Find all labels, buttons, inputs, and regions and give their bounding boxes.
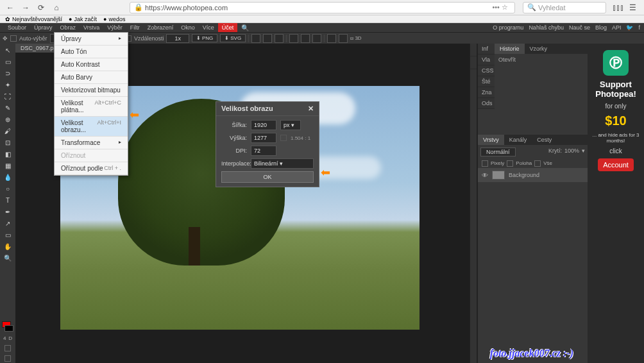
link-blog[interactable]: Blog — [595, 24, 607, 31]
brush-tool[interactable]: 🖌 — [1, 126, 14, 136]
blend-mode-dropdown[interactable]: Normální — [480, 148, 516, 156]
menu-ucet[interactable]: Účet — [218, 23, 238, 32]
align-right-icon[interactable] — [275, 34, 284, 43]
library-icon[interactable]: ⫿⫿⫿ — [613, 3, 624, 12]
forward-button[interactable]: → — [19, 2, 32, 13]
side-tab-zna[interactable]: Zna — [478, 87, 495, 98]
tab-vzorky[interactable]: Vzorky — [525, 44, 553, 54]
lasso-tool[interactable]: ⊃ — [1, 68, 14, 78]
tab-vrstvy[interactable]: Vrstvy — [478, 135, 504, 145]
gradient-tool[interactable]: ▦ — [1, 160, 14, 171]
tab-historie[interactable]: Historie — [495, 44, 525, 54]
link-icon[interactable] — [280, 135, 287, 141]
pen-tool[interactable]: ✒ — [1, 207, 14, 217]
zoom-dropdown[interactable]: 1x — [166, 34, 189, 43]
opacity-value[interactable]: 100% — [564, 148, 579, 156]
interpolation-dropdown[interactable]: Bilineární ▾ — [251, 158, 314, 169]
dd-auto-ton[interactable]: Auto Tón — [55, 46, 128, 58]
dpi-input[interactable] — [251, 146, 276, 156]
move-tool-icon[interactable]: ✥ — [3, 35, 8, 42]
home-button[interactable]: ⌂ — [50, 2, 63, 13]
menu-soubor[interactable]: Soubor — [4, 23, 30, 32]
dd-transformace[interactable]: Transformace — [55, 137, 128, 149]
dd-auto-barvy[interactable]: Auto Barvy — [55, 71, 128, 84]
menu-search-icon[interactable]: 🔍 — [237, 23, 253, 32]
side-tab-css[interactable]: CSS — [478, 65, 495, 76]
distribute-icon[interactable] — [327, 34, 336, 43]
search-input[interactable]: 🔍 Vyhledat — [523, 2, 606, 13]
height-input[interactable] — [251, 133, 276, 143]
back-button[interactable]: ← — [4, 2, 17, 13]
heal-tool[interactable]: ⊕ — [1, 114, 14, 124]
tab-kanaly[interactable]: Kanály — [504, 135, 532, 145]
unit-dropdown[interactable]: px ▾ — [280, 120, 301, 130]
dd-upravy[interactable]: Úpravy — [55, 33, 128, 46]
stamp-tool[interactable]: ⊡ — [1, 137, 14, 148]
link-o-programu[interactable]: O programu — [493, 24, 523, 31]
lock-pixels-checkbox[interactable] — [482, 160, 488, 167]
zoom-tool[interactable]: 🔍 — [1, 253, 14, 263]
menu-filtr[interactable]: Filtr — [126, 23, 144, 32]
dd-vektorizovat[interactable]: Vektorizovat bitmapu — [55, 84, 128, 97]
dd-auto-kontrast[interactable]: Auto Kontrast — [55, 58, 128, 71]
dodge-tool[interactable]: ○ — [1, 183, 14, 194]
menu-upravy[interactable]: Úpravy — [30, 23, 56, 32]
export-png-button[interactable]: ⬇PNG — [192, 34, 217, 42]
link-nauc-se[interactable]: Nauč se — [569, 24, 590, 31]
3d-icon[interactable]: ⧈ 3D — [350, 35, 361, 42]
align-middle-icon[interactable] — [301, 34, 310, 43]
menu-vyber[interactable]: Výběr — [103, 23, 126, 32]
side-tab-inf[interactable]: Inf — [478, 44, 495, 55]
tab-cesty[interactable]: Cesty — [532, 135, 557, 145]
bookmark-most-visited[interactable]: ✿ Nejnavštěvovanější — [5, 16, 62, 22]
lock-position-checkbox[interactable] — [507, 160, 513, 167]
menu-vrstva[interactable]: Vrstva — [80, 23, 103, 32]
move-tool[interactable]: ↖ — [1, 45, 14, 55]
facebook-icon[interactable]: f — [638, 24, 640, 31]
dd-velikost-obrazu[interactable]: Velikost obrazu...Alt+Ctrl+I — [55, 117, 128, 137]
side-tab-ods[interactable]: Ods — [478, 98, 495, 109]
side-tab-vla[interactable]: Vla — [478, 55, 495, 65]
align-center-icon[interactable] — [263, 34, 272, 43]
ok-button[interactable]: OK — [221, 171, 314, 183]
twitter-icon[interactable]: 🐦 — [626, 24, 633, 31]
link-nahlas-chybu[interactable]: Nahlaš chybu — [529, 24, 564, 31]
menu-icon[interactable]: ☰ — [629, 3, 636, 12]
quickmask-icon[interactable] — [4, 345, 11, 351]
align-bottom-icon[interactable] — [312, 34, 321, 43]
url-bar[interactable]: 🔒 https://www.photopea.com ••• ☆ — [130, 2, 515, 13]
path-tool[interactable]: ↗ — [1, 218, 14, 228]
distribute2-icon[interactable] — [339, 34, 348, 43]
menu-vice[interactable]: Více — [199, 23, 218, 32]
panel-collapse-bar[interactable] — [470, 44, 477, 363]
blur-tool[interactable]: 💧 — [1, 172, 14, 182]
screenmode-icon[interactable] — [4, 355, 11, 362]
lock-all-checkbox[interactable] — [534, 160, 541, 167]
align-top-icon[interactable] — [289, 34, 298, 43]
wand-tool[interactable]: ✦ — [1, 80, 14, 90]
layer-thumbnail[interactable] — [492, 171, 505, 180]
side-tab-ste[interactable]: Šté — [478, 76, 495, 87]
shape-tool[interactable]: ▭ — [1, 230, 14, 240]
eyedropper-tool[interactable]: ✎ — [1, 103, 14, 113]
auto-select-checkbox[interactable] — [10, 35, 17, 42]
background-color[interactable] — [4, 325, 13, 332]
bookmark-jak-zacit[interactable]: ● Jak začít — [69, 16, 97, 22]
marquee-tool[interactable]: ▭ — [1, 56, 14, 67]
width-input[interactable] — [251, 120, 276, 130]
close-icon[interactable]: ✕ — [308, 105, 314, 113]
link-api[interactable]: API — [612, 24, 622, 31]
type-tool[interactable]: T — [1, 195, 14, 205]
crop-tool[interactable]: ⛶ — [1, 91, 14, 101]
bookmark-wedos[interactable]: ● wedos — [103, 16, 125, 22]
align-left-icon[interactable] — [251, 34, 260, 43]
dd-velikost-platna[interactable]: Velikost plátna...Alt+Ctrl+C — [55, 97, 128, 117]
dd-oriznout-podle[interactable]: Oříznout podleCtrl + . — [55, 162, 128, 175]
eraser-tool[interactable]: ◧ — [1, 149, 14, 159]
opacity-dropdown-icon[interactable]: ▾ — [582, 148, 585, 156]
reload-button[interactable]: ⟳ — [35, 2, 47, 13]
visibility-icon[interactable]: 👁 — [482, 172, 488, 179]
hand-tool[interactable]: ✋ — [1, 241, 14, 251]
history-item[interactable]: Otevřít — [495, 54, 588, 65]
layer-item-background[interactable]: 👁 Background — [478, 168, 588, 182]
